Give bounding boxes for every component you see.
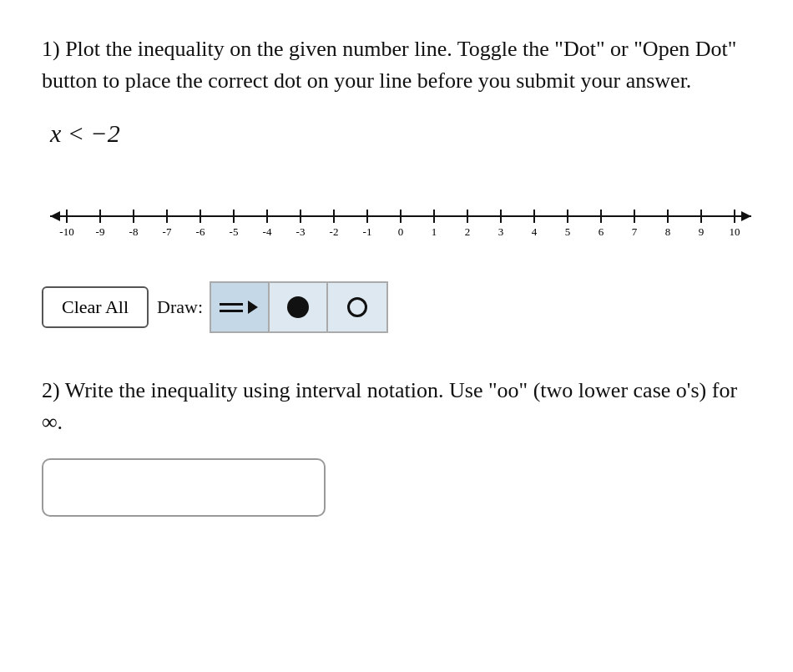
- arrowhead-svg: [246, 299, 260, 316]
- svg-text:-8: -8: [129, 225, 139, 238]
- svg-text:1: 1: [432, 225, 437, 238]
- interval-notation-input[interactable]: [42, 458, 326, 517]
- svg-text:3: 3: [498, 225, 504, 238]
- svg-text:-5: -5: [230, 225, 239, 238]
- svg-text:-10: -10: [59, 225, 73, 238]
- svg-text:9: 9: [699, 225, 705, 238]
- svg-text:7: 7: [632, 225, 638, 238]
- open-dot-icon: [347, 297, 367, 317]
- section2-instruction: 2) Write the inequality using interval n…: [42, 375, 751, 437]
- top-line: [220, 303, 243, 306]
- svg-text:8: 8: [665, 225, 671, 238]
- filled-dot-icon: [287, 296, 309, 318]
- number-line-container: -10 -9 -8 -7 -6 -5 -4 -3 -2 -1 0 1 2 3 4…: [42, 189, 751, 248]
- arrow-draw-icon: [220, 299, 260, 316]
- svg-text:4: 4: [532, 225, 538, 238]
- open-dot-button[interactable]: [328, 283, 386, 331]
- svg-text:0: 0: [398, 225, 404, 238]
- svg-text:6: 6: [599, 225, 604, 238]
- clear-all-button[interactable]: Clear All: [42, 286, 149, 328]
- svg-text:-3: -3: [296, 225, 306, 238]
- bottom-line: [220, 310, 243, 312]
- tool-group: [210, 281, 388, 333]
- svg-text:5: 5: [565, 225, 571, 238]
- filled-dot-button[interactable]: [270, 283, 328, 331]
- svg-text:2: 2: [465, 225, 471, 238]
- svg-text:10: 10: [730, 225, 740, 238]
- svg-marker-2: [741, 211, 751, 221]
- arrow-tool-button[interactable]: [211, 283, 270, 331]
- section1-instruction: 1) Plot the inequality on the given numb…: [42, 33, 751, 96]
- svg-text:-9: -9: [96, 225, 105, 238]
- double-line-icon: [220, 303, 243, 312]
- svg-text:-6: -6: [196, 225, 205, 238]
- inequality-display: x < −2: [50, 119, 751, 148]
- number-line-svg[interactable]: -10 -9 -8 -7 -6 -5 -4 -3 -2 -1 0 1 2 3 4…: [42, 198, 760, 240]
- svg-text:-1: -1: [363, 225, 372, 238]
- svg-text:-4: -4: [263, 225, 272, 238]
- svg-text:-2: -2: [330, 225, 339, 238]
- draw-label: Draw:: [157, 296, 203, 318]
- inequality-text: x < −2: [50, 119, 120, 147]
- svg-marker-45: [248, 301, 258, 314]
- svg-marker-1: [50, 211, 60, 221]
- controls-row: Clear All Draw:: [42, 281, 751, 333]
- arrow-right-icon: [220, 299, 260, 316]
- svg-text:-7: -7: [163, 225, 172, 238]
